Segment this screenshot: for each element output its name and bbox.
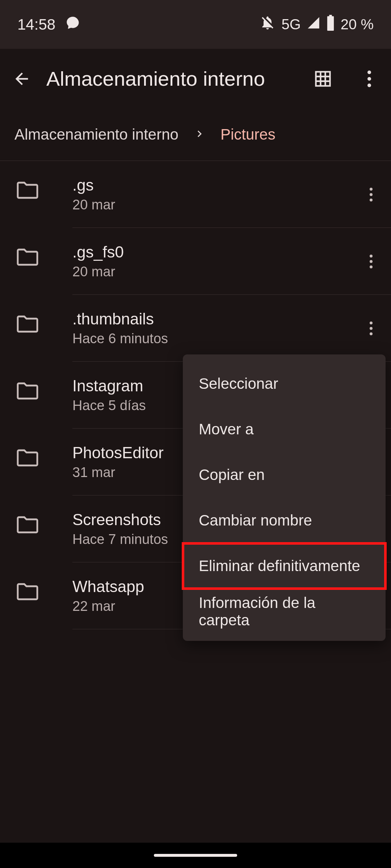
folder-icon: [14, 445, 49, 480]
file-date: 20 mar: [72, 264, 351, 280]
gesture-handle[interactable]: [154, 854, 237, 857]
more-options-button[interactable]: [356, 66, 382, 92]
navigation-bar: [0, 843, 391, 868]
context-menu: Seleccionar Mover a Copiar en Cambiar no…: [183, 354, 386, 641]
chevron-right-icon: [193, 127, 206, 142]
svg-point-10: [370, 199, 373, 201]
svg-point-16: [370, 332, 373, 335]
file-date: 20 mar: [72, 197, 351, 213]
svg-point-9: [370, 193, 373, 196]
back-button[interactable]: [9, 66, 35, 92]
folder-icon: [14, 244, 49, 279]
menu-info[interactable]: Información de la carpeta: [183, 589, 386, 634]
file-name: .thumbnails: [72, 310, 351, 328]
svg-point-8: [370, 188, 373, 191]
menu-move[interactable]: Mover a: [183, 407, 386, 452]
battery-icon: [326, 15, 335, 34]
status-time: 14:58: [17, 16, 55, 33]
row-more-button[interactable]: [351, 295, 391, 362]
row-more-button[interactable]: [351, 161, 391, 228]
folder-icon: [14, 512, 49, 546]
svg-point-15: [370, 327, 373, 330]
breadcrumb: Almacenamiento interno Pictures: [0, 109, 391, 161]
folder-icon: [14, 579, 49, 613]
chat-notification-icon: [66, 16, 80, 34]
svg-point-5: [367, 71, 371, 74]
svg-point-12: [370, 260, 373, 263]
menu-delete[interactable]: Eliminar definitivamente: [183, 543, 386, 589]
mute-icon: [260, 15, 276, 34]
svg-point-14: [370, 322, 373, 324]
file-name: .gs: [72, 176, 351, 194]
signal-icon: [307, 16, 320, 33]
list-item[interactable]: .thumbnails Hace 6 minutos: [0, 295, 391, 362]
battery-percent: 20 %: [341, 16, 374, 33]
breadcrumb-current[interactable]: Pictures: [220, 126, 276, 143]
page-title: Almacenamiento interno: [46, 67, 290, 90]
folder-icon: [14, 378, 49, 413]
menu-select[interactable]: Seleccionar: [183, 361, 386, 407]
svg-point-6: [367, 77, 371, 81]
status-bar: 14:58 5G 20 %: [0, 0, 391, 49]
file-name: .gs_fs0: [72, 243, 351, 261]
network-label: 5G: [281, 16, 300, 33]
breadcrumb-root[interactable]: Almacenamiento interno: [14, 126, 178, 143]
svg-point-13: [370, 265, 373, 268]
list-item[interactable]: .gs 20 mar: [0, 161, 391, 228]
folder-icon: [14, 311, 49, 346]
row-more-button[interactable]: [351, 228, 391, 295]
folder-icon: [14, 177, 49, 212]
menu-copy[interactable]: Copiar en: [183, 452, 386, 498]
file-date: Hace 6 minutos: [72, 331, 351, 346]
app-bar: Almacenamiento interno: [0, 49, 391, 109]
svg-rect-0: [316, 72, 330, 86]
list-item[interactable]: .gs_fs0 20 mar: [0, 228, 391, 295]
svg-point-7: [367, 84, 371, 87]
svg-point-11: [370, 255, 373, 258]
view-grid-button[interactable]: [310, 66, 336, 92]
menu-rename[interactable]: Cambiar nombre: [183, 498, 386, 543]
